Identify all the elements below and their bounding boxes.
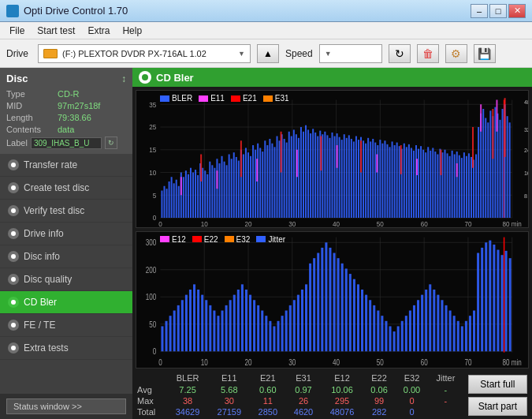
disc-expand-icon[interactable]: ↕ (121, 73, 126, 84)
svg-text:0: 0 (158, 357, 162, 366)
svg-rect-101 (317, 137, 318, 219)
svg-rect-71 (245, 148, 247, 218)
svg-rect-95 (303, 132, 304, 218)
svg-rect-60 (218, 163, 220, 218)
svg-rect-157 (452, 151, 453, 218)
drive-select[interactable]: (F:) PLEXTOR DVDR PX-716AL 1.02 ▼ (38, 44, 251, 63)
legend-color-e22 (192, 236, 202, 242)
menu-extra[interactable]: Extra (81, 24, 116, 38)
svg-rect-244 (213, 310, 215, 351)
sidebar-item-disc-info[interactable]: Disc info (0, 245, 132, 268)
svg-rect-40 (171, 177, 173, 218)
menu-file[interactable]: File (3, 24, 31, 38)
svg-rect-258 (269, 320, 271, 350)
svg-rect-167 (475, 155, 477, 219)
settings-button[interactable]: ⚙ (445, 44, 467, 63)
legend-label-e22: E22 (204, 235, 218, 244)
svg-text:24 X: 24 X (524, 147, 528, 155)
svg-rect-161 (461, 158, 463, 218)
start-part-button[interactable]: Start part (468, 397, 527, 416)
sidebar-item-drive-info[interactable]: Drive info (0, 223, 132, 245)
sidebar-item-cd-bler[interactable]: CD Bler (0, 291, 132, 314)
total-e21: 2850 (250, 406, 285, 417)
sidebar-item-create-test-disc[interactable]: Create test disc (0, 177, 132, 200)
svg-rect-54 (204, 170, 206, 218)
svg-rect-191 (496, 100, 497, 132)
label-refresh-button[interactable]: ↻ (105, 137, 117, 149)
sidebar-dot-drive-info (8, 228, 19, 239)
refresh-button[interactable]: ↻ (389, 44, 411, 63)
maximize-button[interactable]: □ (489, 4, 507, 18)
drive-label: Drive (6, 48, 28, 59)
speed-select[interactable]: ▼ (319, 44, 382, 63)
sidebar-label-drive-info: Drive info (24, 228, 64, 239)
disc-label-input[interactable] (31, 137, 102, 149)
svg-rect-238 (189, 289, 192, 350)
max-e12: 295 (322, 395, 363, 406)
svg-rect-183 (216, 170, 218, 189)
svg-text:60: 60 (421, 357, 428, 366)
menu-start-test[interactable]: Start test (31, 24, 81, 38)
svg-rect-256 (261, 310, 263, 351)
start-full-button[interactable]: Start full (468, 375, 527, 394)
col-header-e12: E12 (322, 372, 363, 384)
sidebar-item-disc-quality[interactable]: Disc quality (0, 268, 132, 291)
svg-rect-100 (314, 133, 316, 218)
legend-label-e21: E21 (243, 94, 257, 103)
status-window-button[interactable]: Status window >> (6, 398, 126, 414)
drive-icon (43, 49, 58, 58)
svg-rect-247 (225, 305, 228, 350)
sidebar-item-verify-test-disc[interactable]: Verify test disc (0, 200, 132, 223)
menu-help[interactable]: Help (116, 24, 148, 38)
clear-button[interactable]: 🗑 (417, 44, 439, 63)
svg-rect-50 (195, 170, 196, 218)
speed-label: Speed (285, 48, 313, 59)
sidebar-dot-create-test-disc (8, 182, 19, 193)
svg-rect-182 (180, 177, 182, 195)
sidebar-item-extra-tests[interactable]: Extra tests (0, 337, 132, 360)
close-button[interactable]: ✕ (508, 4, 526, 18)
svg-rect-37 (163, 186, 165, 218)
titlebar-controls: – □ ✕ (471, 4, 526, 18)
svg-rect-197 (400, 145, 402, 174)
svg-rect-61 (221, 156, 223, 218)
sidebar-item-fe-te[interactable]: FE / TE (0, 314, 132, 337)
svg-rect-70 (243, 155, 244, 219)
svg-rect-259 (273, 326, 275, 351)
svg-rect-97 (307, 129, 309, 218)
avg-e12: 10.06 (322, 384, 363, 395)
svg-rect-314 (493, 244, 495, 350)
svg-rect-141 (413, 151, 415, 218)
legend-jitter: Jitter (256, 235, 285, 244)
svg-rect-279 (353, 279, 355, 351)
svg-rect-96 (305, 125, 307, 218)
sidebar-dot-cd-bler (8, 297, 19, 308)
legend-label-e31: E31 (275, 94, 289, 103)
svg-rect-181 (509, 122, 511, 218)
chart-header-dot (142, 74, 148, 80)
svg-rect-81 (269, 139, 270, 218)
legend-label-e11: E11 (210, 94, 225, 103)
sidebar-item-transfer-rate[interactable]: Transfer rate (0, 154, 132, 177)
stats-avg-row: Avg 7.25 5.68 0.60 0.97 10.06 0.06 0.00 … (132, 384, 463, 395)
svg-rect-131 (389, 147, 391, 218)
eject-button[interactable]: ▲ (257, 44, 279, 63)
legend-color-jitter (256, 236, 266, 242)
svg-text:5: 5 (153, 191, 157, 200)
save-button[interactable]: 💾 (474, 44, 496, 63)
svg-rect-318 (509, 258, 512, 351)
total-e32: 0 (396, 406, 428, 417)
svg-rect-231 (161, 326, 163, 351)
max-e21: 11 (250, 395, 285, 406)
minimize-button[interactable]: – (471, 4, 488, 18)
chart2-legend: E12 E22 E32 Jitter (160, 235, 285, 244)
svg-rect-154 (445, 150, 446, 218)
svg-rect-315 (497, 249, 499, 351)
svg-rect-236 (181, 300, 184, 351)
svg-text:50: 50 (149, 319, 156, 328)
col-header-e21: E21 (250, 372, 285, 384)
svg-rect-299 (433, 289, 435, 350)
chart-title: CD Bler (156, 72, 194, 84)
drive-text: (F:) PLEXTOR DVDR PX-716AL 1.02 (62, 49, 233, 58)
svg-rect-94 (300, 127, 302, 218)
